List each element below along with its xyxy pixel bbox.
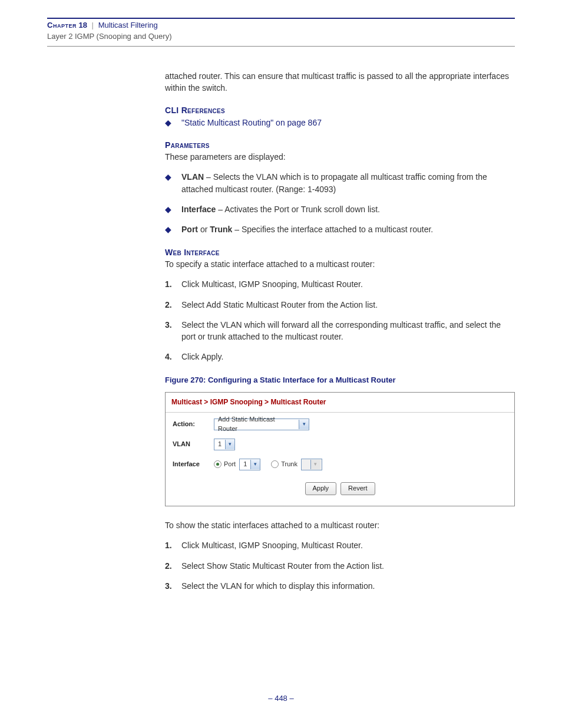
trunk-select-value <box>302 460 310 469</box>
vlan-row: VLAN 1 ▾ <box>173 439 507 450</box>
parameters-section: Parameters These parameters are displaye… <box>165 139 515 236</box>
param-desc: – Activates the Port or Trunk scroll dow… <box>216 205 380 214</box>
show-intro: To show the static interfaces attached t… <box>165 519 515 531</box>
step-item: 3. Select the VLAN which will forward al… <box>165 319 515 343</box>
step-text: Select Show Static Multicast Router from… <box>181 560 515 572</box>
step-number: 2. <box>165 299 181 311</box>
param-desc: – Selects the VLAN which is to propagate… <box>181 172 487 193</box>
step-text: Select the VLAN for which to display thi… <box>181 580 515 592</box>
header-rule-top <box>47 18 515 19</box>
param-item: ◆ Interface – Activates the Port or Trun… <box>165 203 515 215</box>
port-radio-label: Port <box>224 460 236 469</box>
step-item: 2. Select Show Static Multicast Router f… <box>165 560 515 572</box>
chapter-title: Multicast Filtering <box>98 21 158 29</box>
action-select[interactable]: Add Static Multicast Router ▾ <box>214 419 309 430</box>
vlan-select-value: 1 <box>214 440 225 449</box>
step-number: 4. <box>165 351 181 363</box>
cli-reference-link[interactable]: "Static Multicast Routing" on page 867 <box>181 117 515 129</box>
step-text: Click Multicast, IGMP Snooping, Multicas… <box>181 539 515 551</box>
action-label: Action: <box>173 420 214 429</box>
diamond-bullet-icon: ◆ <box>165 223 181 235</box>
port-radio[interactable]: Port <box>214 460 236 469</box>
step-number: 3. <box>165 580 181 592</box>
chevron-down-icon: ▾ <box>225 440 234 449</box>
param-name: Port <box>181 225 198 234</box>
step-number: 1. <box>165 539 181 551</box>
trunk-radio-label: Trunk <box>281 460 297 469</box>
action-row: Action: Add Static Multicast Router ▾ <box>173 419 507 430</box>
web-interface-section: Web Interface To specify a static interf… <box>165 246 515 363</box>
diamond-bullet-icon: ◆ <box>165 171 181 195</box>
web-interface-head: Web Interface <box>165 246 515 258</box>
param-name: Interface <box>181 205 216 214</box>
interface-row: Interface Port 1 ▾ Trunk <box>173 459 507 470</box>
chevron-down-icon: ▾ <box>310 460 320 469</box>
action-select-value: Add Static Multicast Router <box>214 415 299 434</box>
cli-references-section: CLI References ◆ "Static Multicast Routi… <box>165 104 515 129</box>
radio-on-icon <box>214 460 222 468</box>
page-number: – 448 – <box>0 693 562 704</box>
param-item: ◆ VLAN – Selects the VLAN which is to pr… <box>165 171 515 195</box>
step-number: 3. <box>165 319 181 343</box>
param-item: ◆ Port or Trunk – Specifies the interfac… <box>165 223 515 235</box>
step-number: 2. <box>165 560 181 572</box>
step-text: Select Add Static Multicast Router from … <box>181 299 515 311</box>
chapter-word: Chapter <box>47 21 77 29</box>
vlan-label: VLAN <box>173 440 214 449</box>
param-desc: – Specifies the interface attached to a … <box>232 225 433 234</box>
param-name-2: Trunk <box>210 225 232 234</box>
diamond-bullet-icon: ◆ <box>165 203 181 215</box>
ui-breadcrumb: Multicast > IGMP Snooping > Multicast Ro… <box>166 393 514 413</box>
step-item: 2. Select Add Static Multicast Router fr… <box>165 299 515 311</box>
chevron-down-icon: ▾ <box>299 420 309 429</box>
trunk-select: ▾ <box>301 459 322 470</box>
step-text: Click Multicast, IGMP Snooping, Multicas… <box>181 278 515 290</box>
revert-button[interactable]: Revert <box>340 482 375 495</box>
radio-off-icon <box>271 460 279 468</box>
figure-screenshot: Multicast > IGMP Snooping > Multicast Ro… <box>165 392 515 506</box>
running-header: Chapter 18 | Multicast Filtering Layer 2… <box>47 20 515 42</box>
main-content: attached router. This can ensure that mu… <box>165 70 515 592</box>
port-select-value: 1 <box>240 460 250 469</box>
interface-label: Interface <box>173 460 214 469</box>
header-subtitle: Layer 2 IGMP (Snooping and Query) <box>47 31 172 42</box>
step-item: 1. Click Multicast, IGMP Snooping, Multi… <box>165 539 515 551</box>
web-interface-intro: To specify a static interface attached t… <box>165 258 515 270</box>
button-row: Apply Revert <box>173 479 507 498</box>
diamond-bullet-icon: ◆ <box>165 117 181 129</box>
step-item: 4. Click Apply. <box>165 351 515 363</box>
header-rule-bottom <box>47 46 515 47</box>
trunk-radio[interactable]: Trunk <box>271 460 297 469</box>
step-item: 1. Click Multicast, IGMP Snooping, Multi… <box>165 278 515 290</box>
port-select[interactable]: 1 ▾ <box>239 459 260 470</box>
figure-caption: Figure 270: Configuring a Static Interfa… <box>165 375 515 386</box>
parameters-intro: These parameters are displayed: <box>165 151 515 163</box>
intro-paragraph: attached router. This can ensure that mu… <box>165 70 515 94</box>
step-number: 1. <box>165 278 181 290</box>
header-separator: | <box>92 21 94 29</box>
step-text: Select the VLAN which will forward all t… <box>181 319 515 343</box>
cli-references-head: CLI References <box>165 104 515 116</box>
param-name: VLAN <box>181 172 204 182</box>
parameters-head: Parameters <box>165 139 515 151</box>
step-text: Click Apply. <box>181 351 515 363</box>
show-section: To show the static interfaces attached t… <box>165 519 515 592</box>
chapter-number: 18 <box>79 21 87 29</box>
chevron-down-icon: ▾ <box>250 460 260 469</box>
vlan-select[interactable]: 1 ▾ <box>214 439 235 450</box>
apply-button[interactable]: Apply <box>305 482 337 495</box>
step-item: 3. Select the VLAN for which to display … <box>165 580 515 592</box>
